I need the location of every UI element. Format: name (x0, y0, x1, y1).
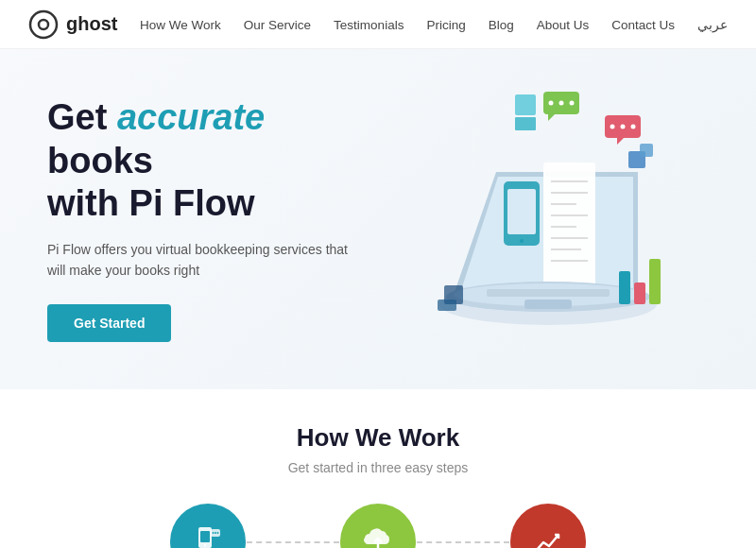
nav-item-pricing[interactable]: Pricing (426, 16, 465, 33)
svg-point-6 (559, 101, 564, 106)
nav-item-testimonials[interactable]: Testimonials (334, 16, 404, 33)
nav-item-how-we-work[interactable]: How We Work (140, 16, 221, 33)
how-steps-container: $ (47, 504, 709, 548)
svg-point-42 (204, 544, 206, 546)
svg-rect-34 (634, 283, 645, 304)
svg-point-11 (621, 125, 626, 129)
nav-item-blog[interactable]: Blog (489, 16, 514, 33)
svg-point-45 (215, 532, 216, 534)
svg-rect-41 (200, 531, 210, 542)
logo-text: ghost (66, 13, 117, 35)
svg-point-44 (213, 532, 215, 534)
hero-title-after: bookswith Pi Flow (47, 141, 255, 224)
step-1 (123, 504, 293, 548)
hero-title-before: Get (47, 97, 117, 137)
svg-rect-37 (640, 144, 653, 157)
svg-rect-35 (649, 259, 661, 304)
svg-rect-27 (507, 189, 536, 234)
get-started-button[interactable]: Get Started (47, 304, 171, 342)
hero-title-accent: accurate (117, 97, 265, 137)
nav-item-contact-us[interactable]: Contact Us (611, 16, 675, 33)
navbar: ghost How We Work Our Service Testimonia… (0, 0, 756, 49)
svg-point-0 (30, 11, 57, 38)
svg-rect-32 (524, 300, 572, 309)
svg-point-46 (217, 532, 219, 534)
hero-image (402, 87, 685, 351)
logo[interactable]: ghost (28, 9, 117, 40)
step-2-circle (340, 504, 416, 548)
hero-content: Get accurate bookswith Pi Flow Pi Flow o… (47, 96, 378, 342)
cloud-upload-icon (358, 522, 398, 548)
how-we-work-section: How We Work Get started in three easy st… (0, 389, 756, 548)
svg-point-12 (631, 125, 636, 129)
svg-rect-33 (619, 271, 630, 304)
nav-item-our-service[interactable]: Our Service (244, 16, 311, 33)
nav-item-arabic[interactable]: عربي (697, 16, 728, 33)
nav-item-about-us[interactable]: About Us (537, 16, 590, 33)
svg-rect-31 (487, 289, 610, 297)
svg-point-7 (570, 101, 575, 106)
svg-point-5 (549, 101, 554, 106)
hero-section: Get accurate bookswith Pi Flow Pi Flow o… (0, 49, 756, 389)
mobile-chat-icon (188, 522, 228, 548)
svg-point-10 (610, 125, 615, 129)
svg-point-1 (39, 20, 48, 29)
hero-subtitle: Pi Flow offers you virtual bookkeeping s… (47, 239, 350, 282)
hero-illustration (378, 77, 709, 361)
svg-rect-3 (515, 117, 536, 130)
how-we-work-subtitle: Get started in three easy steps (47, 460, 709, 475)
svg-marker-13 (617, 138, 624, 145)
chart-growth-icon: $ (528, 522, 568, 548)
hero-title: Get accurate bookswith Pi Flow (47, 96, 378, 226)
svg-point-28 (520, 239, 524, 243)
nav-links: How We Work Our Service Testimonials Pri… (140, 16, 728, 33)
step-3-circle: $ (510, 504, 586, 548)
svg-rect-2 (515, 94, 536, 115)
svg-rect-39 (438, 300, 456, 311)
step-1-circle (170, 504, 246, 548)
svg-marker-8 (548, 114, 555, 121)
logo-icon (28, 9, 59, 40)
how-we-work-title: How We Work (47, 423, 709, 453)
